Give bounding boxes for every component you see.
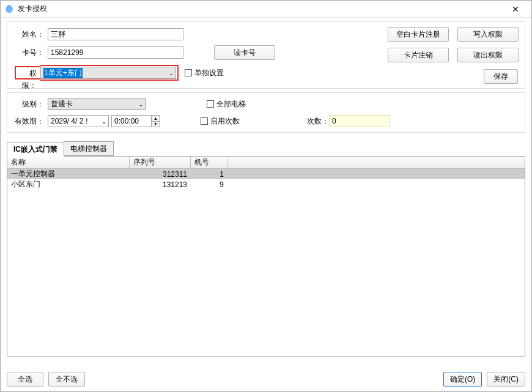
options-panel: 级别： 普通卡 ⌄ 全部电梯 有效期： 2029/ 4/ 2！ ⌄ 0:00:0… [7,92,525,133]
close-button[interactable]: 关闭(C) [487,372,525,386]
level-label: 级别： [13,99,48,109]
bottom-bar: 全选 全不选 确定(O) 关闭(C) [7,372,525,386]
enable-count-label: 启用次数 [210,116,240,127]
chevron-down-icon: ⌄ [169,70,174,76]
app-icon [4,4,14,14]
checkbox-box [207,100,214,108]
all-elevators-label: 全部电梯 [216,99,246,109]
time-spinner[interactable]: ▲ ▼ [151,116,160,127]
perm-value: 1单元+东门 [43,68,83,78]
cell-sn: 312311 [130,169,191,179]
cell-name: 一单元控制器 [7,169,130,179]
count-label: 次数： [307,116,329,127]
table-row[interactable]: 小区东门 131213 9 [7,179,525,190]
validity-label: 有效期： [13,116,48,127]
date-value: 2029/ 4/ 2！ [51,116,91,127]
level-dropdown[interactable]: 普通卡 ⌄ [48,98,146,110]
read-perm-button[interactable]: 读出权限 [457,48,519,62]
table-header: 名称 序列号 机号 [7,157,525,169]
col-no[interactable]: 机号 [191,157,227,168]
perm-label: 权限： [15,66,40,80]
tab-bar: IC嵌入式门禁 电梯控制器 [7,141,525,156]
single-set-checkbox[interactable]: 单独设置 [185,68,224,78]
time-value: 0:00:00 [114,117,139,125]
single-set-label: 单独设置 [194,68,224,78]
title-bar: 发卡授权 ✕ [1,1,531,18]
all-elevators-checkbox[interactable]: 全部电梯 [207,99,246,109]
device-table: 名称 序列号 机号 一单元控制器 312311 1 小区东门 131213 9 [7,156,525,357]
cell-sn: 131213 [130,179,191,190]
table-body: 一单元控制器 312311 1 小区东门 131213 9 [7,169,525,190]
validity-date[interactable]: 2029/ 4/ 2！ ⌄ [48,115,109,127]
card-info-panel: 姓名： 卡号： 读卡号 权限： 1单元+东门 ⌄ 单独设置 空白卡片注册 写入权… [7,21,525,89]
read-card-button[interactable]: 读卡号 [214,45,275,60]
action-buttons: 空白卡片注册 写入权限 卡片注销 读出权限 [388,27,519,62]
checkbox-box [185,69,192,76]
checkbox-box [201,117,208,125]
tab-elevator-controller[interactable]: 电梯控制器 [64,141,114,156]
validity-time[interactable]: 0:00:00 ▲ ▼ [111,115,160,127]
cell-no: 1 [191,169,227,179]
write-perm-button[interactable]: 写入权限 [457,27,519,42]
window-title: 发卡授权 [18,4,503,14]
col-name[interactable]: 名称 [7,157,130,168]
name-input[interactable] [48,28,183,40]
col-spacer [227,157,525,168]
chevron-down-icon: ⌄ [138,101,143,108]
cell-no: 9 [191,179,227,190]
spin-up-icon[interactable]: ▲ [151,116,160,122]
level-value: 普通卡 [51,99,73,109]
col-sn[interactable]: 序列号 [130,157,191,168]
select-all-button[interactable]: 全选 [7,372,43,386]
table-row[interactable]: 一单元控制器 312311 1 [7,169,525,179]
ok-button[interactable]: 确定(O) [443,372,482,386]
save-button[interactable]: 保存 [484,69,518,84]
card-cancel-button[interactable]: 卡片注销 [388,48,449,62]
level-row: 级别： 普通卡 ⌄ 全部电梯 [13,98,519,110]
card-input[interactable] [48,46,183,59]
cell-name: 小区东门 [7,179,130,190]
name-label: 姓名： [13,29,48,40]
validity-row: 有效期： 2029/ 4/ 2！ ⌄ 0:00:00 ▲ ▼ 启用次数 次数： [13,115,519,127]
close-icon[interactable]: ✕ [503,1,528,17]
enable-count-checkbox[interactable]: 启用次数 [201,116,240,127]
tab-ic-access[interactable]: IC嵌入式门禁 [7,142,64,157]
count-input[interactable] [329,115,390,127]
blank-register-button[interactable]: 空白卡片注册 [388,27,449,42]
select-none-button[interactable]: 全不选 [48,372,85,386]
perm-dropdown[interactable]: 1单元+东门 ⌄ [40,67,176,79]
chevron-down-icon: ⌄ [102,118,106,125]
card-label: 卡号： [13,48,48,58]
spin-down-icon[interactable]: ▼ [151,122,160,127]
svg-point-0 [6,6,13,13]
perm-row: 权限： 1单元+东门 ⌄ 单独设置 [13,65,519,81]
